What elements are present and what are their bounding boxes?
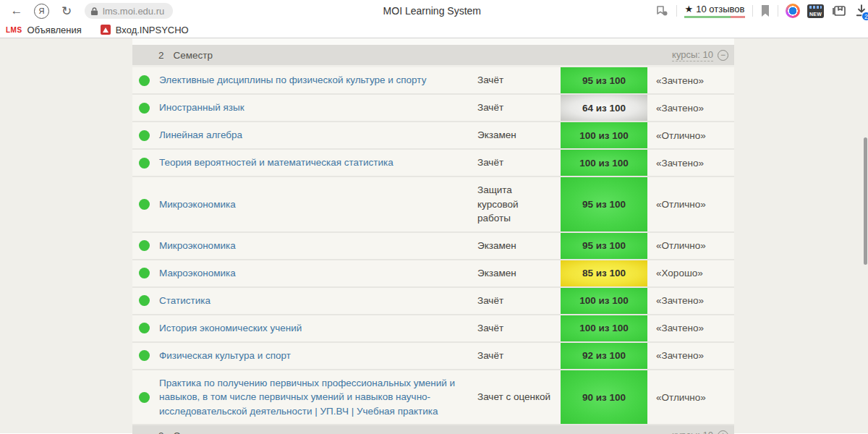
score-badge: 95 из 100	[561, 233, 647, 259]
exam-type: Экзамен	[477, 233, 561, 259]
grade-text: «Зачтено»	[647, 67, 734, 93]
exam-type: Зачёт	[477, 315, 561, 341]
score-badge: 100 из 100	[561, 150, 647, 176]
course-link[interactable]: История экономических учений	[159, 321, 302, 336]
grade-text: «Отлично»	[647, 122, 734, 148]
bookmark-item-announcements[interactable]: LMS Объявления	[6, 25, 82, 35]
score-badge: 95 из 100	[561, 67, 647, 93]
course-title-cell: Микроэкономика	[159, 233, 477, 259]
course-title-cell: Макроэкономика	[159, 260, 477, 286]
course-link[interactable]: Микроэкономика	[159, 197, 236, 212]
site-rating-button[interactable]: ★ 10 отзывов	[684, 4, 745, 18]
rating-bar	[684, 16, 745, 18]
course-link[interactable]: Статистика	[159, 294, 210, 308]
back-icon[interactable]: ←	[4, 1, 29, 20]
course-title-cell: Иностранный язык	[159, 95, 477, 121]
toolbar-right: ★ 10 отзывов NEW 2	[655, 2, 864, 20]
previous-row-sliver	[132, 38, 734, 45]
grade-text: «Отлично»	[647, 233, 734, 259]
exam-type: Зачёт	[477, 343, 561, 369]
grade-text: «Зачтено»	[647, 150, 734, 176]
new-icon-label: NEW	[809, 12, 822, 17]
exam-type: Зачёт	[477, 95, 561, 121]
course-rows: Элективные дисциплины по физической куль…	[132, 67, 734, 425]
course-title-cell: Статистика	[159, 288, 477, 314]
grade-text: «Хорошо»	[647, 260, 734, 286]
semester-number: 3	[158, 430, 164, 434]
divider	[676, 5, 677, 17]
course-title-cell: Теория вероятностей и математическая ста…	[159, 150, 477, 176]
extension-new-icon[interactable]: NEW	[807, 4, 824, 18]
course-link[interactable]: Практика по получению первичных професси…	[159, 376, 469, 419]
grade-text: «Зачтено»	[647, 95, 734, 121]
browser-toolbar: ← Я ↻ lms.moi.edu.ru MOI Learning System…	[0, 0, 868, 22]
semester-3-header: 3 Семестр курсы: 10 +	[132, 425, 734, 434]
course-title-cell: Практика по получению первичных професси…	[159, 370, 477, 425]
exam-type: Экзамен	[477, 122, 561, 148]
bookmark-item-inpsycho[interactable]: Вход.INPSYCHO	[101, 25, 189, 35]
lock-icon	[90, 7, 98, 16]
score-badge: 95 из 100	[561, 177, 647, 231]
semester-3-courses-toggle[interactable]: курсы: 10 +	[672, 430, 728, 434]
passed-status-dot-icon	[139, 199, 150, 210]
course-row: Иностранный язык Зачёт 64 из 100 «Зачтен…	[132, 95, 734, 122]
course-title-cell: Микроэкономика	[159, 177, 477, 231]
course-link[interactable]: Элективные дисциплины по физической куль…	[159, 73, 426, 88]
page-title: MOI Learning System	[383, 0, 481, 22]
nav-buttons: ← Я ↻ lms.moi.edu.ru	[4, 1, 173, 20]
course-link[interactable]: Микроэкономика	[159, 239, 236, 253]
course-row: История экономических учений Зачёт 100 и…	[132, 315, 734, 343]
passed-status-dot-icon	[139, 295, 150, 306]
page-content: 2 Семестр курсы: 10 − Элективные дисципл…	[0, 38, 868, 433]
course-row: Элективные дисциплины по физической куль…	[132, 67, 734, 95]
status-cell	[132, 315, 159, 341]
downloads-icon[interactable]: 2	[854, 2, 868, 20]
grade-text: «Отлично»	[647, 177, 734, 231]
status-cell	[132, 150, 159, 176]
passed-status-dot-icon	[139, 158, 150, 169]
course-row: Макроэкономика Экзамен 85 из 100 «Хорошо…	[132, 260, 734, 288]
semester-2-header: 2 Семестр курсы: 10 −	[132, 45, 734, 67]
exam-type: Зачёт	[477, 150, 561, 176]
scrollbar-thumb[interactable]	[864, 137, 867, 265]
grade-text: «Зачтено»	[647, 288, 734, 314]
course-row: Линейная алгебра Экзамен 100 из 100 «Отл…	[132, 122, 734, 150]
course-link[interactable]: Макроэкономика	[159, 266, 236, 281]
passed-status-dot-icon	[139, 350, 150, 361]
passed-status-dot-icon	[139, 268, 150, 278]
course-title-cell: Линейная алгебра	[159, 122, 477, 148]
refresh-icon[interactable]: ↻	[54, 1, 79, 20]
bookmark-icon[interactable]	[760, 5, 770, 17]
grades-table: 2 Семестр курсы: 10 − Элективные дисципл…	[132, 38, 734, 434]
score-badge: 92 из 100	[561, 343, 647, 369]
grade-text: «Отлично»	[647, 370, 734, 425]
bookmarks-bar: LMS Объявления Вход.INPSYCHO	[0, 22, 868, 38]
course-link[interactable]: Иностранный язык	[159, 101, 244, 115]
rating-label: 10 отзывов	[696, 4, 744, 14]
course-link[interactable]: Линейная алгебра	[159, 128, 242, 142]
protect-icon[interactable]	[655, 5, 669, 17]
score-badge: 100 из 100	[561, 122, 647, 148]
collections-icon[interactable]	[831, 4, 846, 17]
status-cell	[132, 370, 159, 425]
course-row: Практика по получению первичных професси…	[132, 370, 734, 426]
download-count-badge: 2	[861, 12, 868, 21]
grade-text: «Зачтено»	[647, 343, 734, 369]
course-link[interactable]: Теория вероятностей и математическая ста…	[159, 156, 393, 170]
status-cell	[132, 122, 159, 148]
url-text: lms.moi.edu.ru	[103, 6, 164, 17]
expand-icon: +	[718, 430, 728, 434]
address-bar[interactable]: lms.moi.edu.ru	[85, 3, 173, 19]
extension-browser-icon[interactable]	[786, 4, 800, 18]
passed-status-dot-icon	[139, 392, 150, 403]
course-title-cell: Элективные дисциплины по физической куль…	[159, 67, 477, 93]
status-cell	[132, 67, 159, 93]
semester-2-courses-toggle[interactable]: курсы: 10 −	[672, 49, 728, 61]
exam-type: Экзамен	[477, 260, 561, 286]
star-icon: ★	[685, 4, 694, 14]
course-row: Микроэкономика Экзамен 95 из 100 «Отличн…	[132, 233, 734, 260]
course-link[interactable]: Физическая культура и спорт	[159, 349, 291, 363]
new-icon-strip	[809, 6, 822, 9]
semester-label: Семестр	[174, 430, 213, 434]
yandex-browser-icon[interactable]: Я	[34, 4, 49, 19]
